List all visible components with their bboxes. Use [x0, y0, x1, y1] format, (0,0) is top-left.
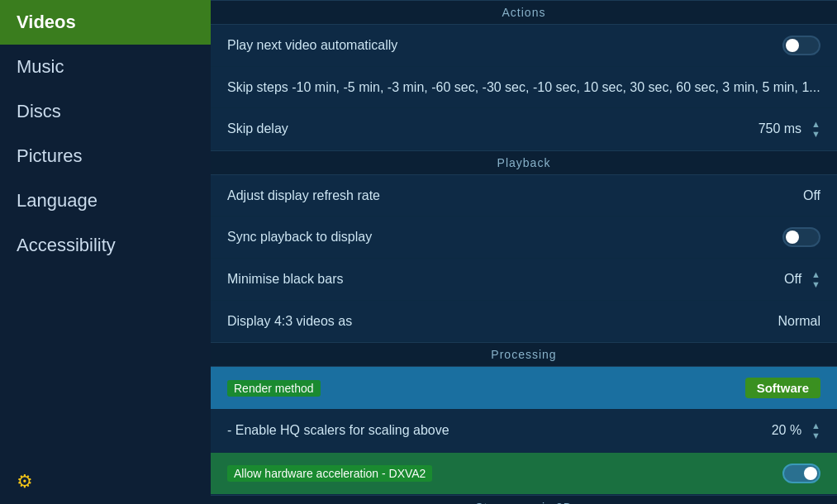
value-text-display-refresh: Off [803, 188, 820, 203]
value-text-minimise-black: Off [784, 272, 801, 287]
section-header-processing: Processing [211, 342, 837, 367]
expert-item[interactable]: ⚙ [0, 459, 211, 504]
value-text-hq-scalers: 20 % [772, 423, 801, 438]
setting-value-play-next [782, 36, 820, 55]
value-text-skip-delay: 750 ms [759, 121, 801, 136]
setting-row-hw-acceleration[interactable]: Allow hardware acceleration - DXVA2 [211, 453, 837, 495]
setting-label-skip-delay: Skip delay [227, 121, 288, 136]
setting-value-minimise-black: Off▲▼ [784, 269, 820, 289]
sidebar-item-music[interactable]: Music [0, 45, 211, 89]
toggle-sync-playback[interactable] [782, 227, 820, 247]
sidebar-item-discs[interactable]: Discs [0, 89, 211, 134]
section-header-stereoscopic: Stereoscopic 3D [211, 495, 837, 504]
sidebar-item-videos[interactable]: Videos [0, 0, 211, 45]
arrows-hq-scalers[interactable]: ▲▼ [811, 421, 820, 440]
arrow-down[interactable]: ▼ [811, 129, 820, 139]
setting-value-hw-acceleration [782, 464, 820, 483]
setting-label-display-43: Display 4:3 videos as [227, 314, 352, 329]
arrows-skip-delay[interactable]: ▲▼ [811, 119, 820, 139]
arrow-up[interactable]: ▲ [811, 421, 820, 430]
setting-value-sync-playback [782, 227, 820, 247]
toggle-play-next[interactable] [782, 36, 820, 55]
main-content: ActionsPlay next video automaticallySkip… [211, 0, 837, 504]
section-header-actions: Actions [211, 0, 837, 25]
setting-row-sync-playback[interactable]: Sync playback to display [211, 216, 837, 259]
setting-label-sync-playback: Sync playback to display [227, 230, 372, 245]
setting-value-render-method: Software [745, 378, 820, 398]
gear-icon: ⚙ [17, 471, 33, 492]
setting-value-skip-delay: 750 ms▲▼ [759, 119, 820, 139]
setting-label-render-method: Render method [227, 381, 327, 396]
setting-row-skip-steps[interactable]: Skip steps -10 min, -5 min, -3 min, -60 … [211, 67, 837, 108]
setting-row-display-refresh[interactable]: Adjust display refresh rateOff [211, 175, 837, 216]
setting-label-skip-steps: Skip steps -10 min, -5 min, -3 min, -60 … [227, 80, 820, 95]
setting-value-display-refresh: Off [803, 188, 820, 203]
setting-row-display-43[interactable]: Display 4:3 videos asNormal [211, 301, 837, 342]
arrow-up[interactable]: ▲ [811, 269, 820, 279]
setting-label-minimise-black: Minimise black bars [227, 272, 343, 287]
arrow-down[interactable]: ▼ [811, 430, 820, 440]
setting-row-minimise-black[interactable]: Minimise black barsOff▲▼ [211, 259, 837, 301]
sidebar-item-language[interactable]: Language [0, 178, 211, 223]
green-badge-render-method[interactable]: Software [745, 378, 820, 398]
value-text-display-43: Normal [778, 314, 820, 329]
setting-label-hw-acceleration: Allow hardware acceleration - DXVA2 [227, 466, 432, 481]
setting-value-hq-scalers: 20 %▲▼ [772, 421, 820, 440]
setting-label-play-next: Play next video automatically [227, 38, 397, 53]
setting-row-play-next[interactable]: Play next video automatically [211, 25, 837, 67]
setting-label-hq-scalers: - Enable HQ scalers for scaling above [227, 423, 449, 438]
setting-label-display-refresh: Adjust display refresh rate [227, 188, 380, 203]
arrow-down[interactable]: ▼ [811, 279, 820, 289]
sidebar: VideosMusicDiscsPicturesLanguageAccessib… [0, 0, 211, 504]
setting-row-skip-delay[interactable]: Skip delay750 ms▲▼ [211, 108, 837, 150]
section-header-playback: Playback [211, 150, 837, 175]
setting-row-render-method[interactable]: Render methodSoftware [211, 367, 837, 410]
arrow-up[interactable]: ▲ [811, 119, 820, 129]
sidebar-item-pictures[interactable]: Pictures [0, 134, 211, 178]
setting-row-hq-scalers[interactable]: - Enable HQ scalers for scaling above20 … [211, 410, 837, 452]
sidebar-item-accessibility[interactable]: Accessibility [0, 223, 211, 268]
arrows-minimise-black[interactable]: ▲▼ [811, 269, 820, 289]
toggle-hw-acceleration[interactable] [782, 464, 820, 483]
setting-value-display-43: Normal [778, 314, 820, 329]
